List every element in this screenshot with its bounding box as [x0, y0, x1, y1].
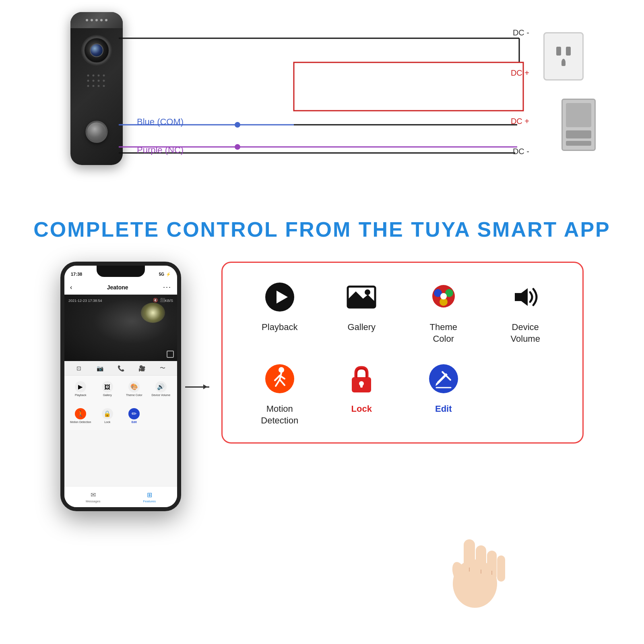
svg-rect-37 — [464, 539, 475, 576]
phone-mute-icon[interactable]: 🔇 — [153, 298, 158, 302]
messages-tab-icon: ✉ — [91, 491, 96, 499]
feature-lock[interactable]: Lock — [325, 361, 399, 415]
phone-lock-item[interactable]: 🔒 Lock — [95, 406, 121, 426]
feature-gallery[interactable]: Gallery — [325, 279, 399, 333]
playback-label: Playback — [262, 322, 297, 333]
phone-call-icon[interactable]: 📞 — [116, 364, 125, 373]
edit-label: Edit — [435, 403, 452, 415]
lock-label: Lock — [351, 403, 372, 415]
phone-video-area: 2021-12-23 17:38:54 17 KB/S 🔇 ⬛ — [64, 295, 177, 361]
phone-motion-icon: 🚶 — [75, 408, 86, 419]
phone-motion-label: Motion Detection — [70, 421, 91, 424]
phone-theme-item[interactable]: 🎨 Theme Color — [121, 379, 147, 399]
phone-wave-icon[interactable]: 〜 — [158, 364, 167, 373]
phone-volume-item[interactable]: 🔊 Device Volume — [148, 379, 174, 399]
theme-color-icon-wrap — [425, 279, 462, 315]
phone-notch — [97, 266, 145, 277]
phone-signal: 5G — [159, 272, 164, 277]
phone-playback-item[interactable]: ▶ Playback — [68, 379, 94, 399]
phone-motion-item[interactable]: 🚶 Motion Detection — [68, 406, 94, 426]
svg-rect-39 — [487, 551, 497, 581]
svg-rect-38 — [476, 545, 486, 580]
phone-video-icon[interactable]: 🎥 — [137, 364, 146, 373]
dc-minus-bottom-label: DC - — [513, 147, 529, 156]
lock-icon-wrap — [343, 361, 380, 397]
app-features-panel: Playback Gallery — [221, 262, 584, 444]
phone-app-grid-row2: 🚶 Motion Detection 🔒 Lock ✏ Edit — [64, 402, 177, 429]
blue-wire-label: Blue (COM) — [137, 117, 184, 127]
phone-record-icon[interactable]: ⬛ — [160, 298, 165, 302]
svg-point-9 — [235, 144, 240, 150]
hand-pointer — [435, 507, 515, 612]
phone-edit-item[interactable]: ✏ Edit — [121, 406, 147, 426]
electric-strike-box — [561, 99, 596, 151]
phone-app-grid-row1: ▶ Playback 🖼 Gallery 🎨 Theme Color 🔊 Dev… — [64, 376, 177, 402]
purple-wire-label: Purple (NC) — [137, 145, 184, 155]
gallery-label: Gallery — [347, 322, 376, 333]
phone-app-title: Jeatone — [107, 284, 128, 291]
phone-back-icon[interactable]: ‹ — [70, 284, 72, 291]
dc-plus-1-label: DC + — [511, 68, 529, 78]
svg-point-6 — [235, 122, 240, 128]
svg-rect-40 — [497, 555, 505, 582]
feature-theme-color[interactable]: ThemeColor — [407, 279, 481, 345]
messages-tab-label: Messages — [86, 500, 100, 503]
phone-camera-icon[interactable]: 📷 — [95, 364, 104, 373]
svg-rect-32 — [360, 384, 363, 388]
svg-point-21 — [440, 293, 447, 299]
phone-edit-icon: ✏ — [128, 408, 140, 419]
motion-detection-label: MotionDetection — [261, 403, 298, 426]
edit-icon — [427, 363, 460, 395]
phone-screenshot-icon[interactable]: ⊡ — [74, 364, 83, 373]
phone-gallery-icon: 🖼 — [102, 381, 113, 392]
gallery-icon — [345, 281, 378, 313]
theme-color-label: ThemeColor — [430, 322, 457, 345]
phone-controls-bar: ⊡ 📷 📞 🎥 〜 — [64, 361, 177, 376]
headline-section: COMPLETE CONTROL FROM THE TUYA SMART APP — [0, 209, 644, 250]
svg-rect-2 — [294, 62, 523, 111]
headline-text: COMPLETE CONTROL FROM THE TUYA SMART APP — [33, 217, 611, 242]
power-outlet — [543, 32, 584, 80]
bottom-section: 17:38 5G ⚡ ‹ Jeatone ··· 2021-12-23 1 — [0, 250, 644, 644]
features-tab-icon: ⊞ — [147, 491, 152, 499]
edit-icon-wrap — [425, 361, 462, 397]
phone-gallery-item[interactable]: 🖼 Gallery — [95, 379, 121, 399]
features-tab-label: Features — [143, 500, 156, 503]
phone-menu-icon[interactable]: ··· — [163, 283, 171, 291]
phone-playback-icon: ▶ — [75, 381, 86, 392]
phone-gallery-label: Gallery — [103, 394, 112, 397]
feature-edit[interactable]: Edit — [407, 361, 481, 415]
svg-marker-22 — [515, 288, 528, 306]
phone-timestamp: 2021-12-23 17:38:54 — [68, 299, 102, 303]
playback-icon-wrap — [262, 279, 298, 315]
feature-playback[interactable]: Playback — [243, 279, 317, 333]
svg-point-24 — [279, 367, 284, 373]
phone-expand-icon[interactable] — [167, 351, 174, 358]
device-volume-icon — [509, 281, 541, 313]
motion-detection-icon-wrap — [262, 361, 298, 397]
feature-motion-detection[interactable]: MotionDetection — [243, 361, 317, 426]
phone-mockup: 17:38 5G ⚡ ‹ Jeatone ··· 2021-12-23 1 — [60, 262, 197, 511]
connect-arrow — [185, 386, 209, 388]
phone-theme-icon: 🎨 — [128, 381, 140, 392]
phone-volume-label: Device Volume — [151, 394, 170, 397]
phone-lock-label: Lock — [104, 421, 110, 424]
phone-theme-label: Theme Color — [126, 394, 142, 397]
phone-tab-features[interactable]: ⊞ Features — [143, 491, 156, 503]
device-volume-icon-wrap — [507, 279, 543, 315]
phone-bottom-tabs: ✉ Messages ⊞ Features — [64, 486, 177, 507]
phone-volume-icon: 🔊 — [155, 381, 167, 392]
phone-app-header: ‹ Jeatone ··· — [64, 280, 177, 295]
svg-point-16 — [365, 289, 370, 295]
phone-time: 17:38 — [71, 272, 82, 277]
svg-marker-15 — [348, 291, 375, 308]
lock-icon — [345, 363, 378, 395]
playback-icon — [264, 281, 296, 313]
phone-tab-messages[interactable]: ✉ Messages — [86, 491, 100, 503]
theme-color-icon — [427, 281, 460, 313]
feature-device-volume[interactable]: DeviceVolume — [489, 279, 563, 345]
device-volume-label: DeviceVolume — [511, 322, 540, 345]
phone-lock-icon: 🔒 — [102, 408, 113, 419]
doorbell-device — [64, 12, 129, 185]
motion-detection-icon — [264, 363, 296, 395]
